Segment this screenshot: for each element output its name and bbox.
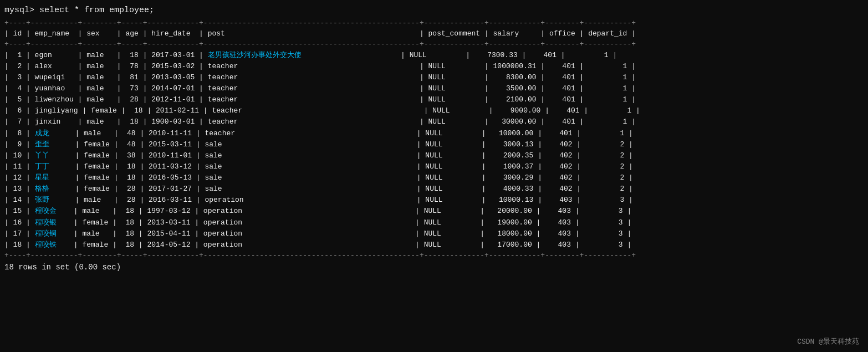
table-row: | 14 | 张野 | male | 28 | 2016-03-11 | ope… xyxy=(4,195,864,206)
table-row: | 8 | 成龙 | male | 48 | 2010-11-11 | teac… xyxy=(4,128,864,139)
table-row: | 17 | 程咬铜 | male | 18 | 2015-04-11 | op… xyxy=(4,228,864,239)
table-row: | 3 | wupeiqi | male | 81 | 2013-03-05 |… xyxy=(4,72,864,83)
table-row: | 1 | egon | male | 18 | 2017-03-01 | 老男… xyxy=(4,50,864,61)
table-row: | 7 | jinxin | male | 18 | 1900-03-01 | … xyxy=(4,116,864,127)
header-row: | id | emp_name | sex | age | hire_date … xyxy=(4,28,864,39)
table-row: | 10 | 丫丫 | female | 38 | 2010-11-01 | s… xyxy=(4,150,864,161)
prompt-line: mysql> select * from employee; xyxy=(4,6,864,15)
table-row: | 16 | 程咬银 | female | 18 | 2013-03-11 | … xyxy=(4,217,864,228)
table-row: | 15 | 程咬金 | male | 18 | 1997-03-12 | op… xyxy=(4,206,864,217)
table-row: | 13 | 格格 | female | 28 | 2017-01-27 | s… xyxy=(4,183,864,195)
bottom-divider: +----+-----------+--------+-----+-------… xyxy=(4,251,864,261)
table-container: +----+-----------+--------+-----+-------… xyxy=(4,18,864,261)
table-row: | 9 | 歪歪 | female | 48 | 2015-03-11 | sa… xyxy=(4,139,864,150)
table-row: | 2 | alex | male | 78 | 2015-03-02 | te… xyxy=(4,61,864,72)
table-row: | 4 | yuanhao | male | 73 | 2014-07-01 |… xyxy=(4,83,864,94)
footer-line: 18 rows in set (0.00 sec) xyxy=(4,263,864,272)
top-divider: +----+-----------+--------+-----+-------… xyxy=(4,18,864,28)
table-row: | 11 | 丁丁 | female | 18 | 2011-03-12 | s… xyxy=(4,161,864,172)
table-row: | 18 | 程咬铁 | female | 18 | 2014-05-12 | … xyxy=(4,239,864,251)
watermark: CSDN @景天科技苑 xyxy=(797,336,859,346)
table-row: | 12 | 星星 | female | 18 | 2016-05-13 | s… xyxy=(4,172,864,183)
header-divider: +----+-----------+--------+-----+-------… xyxy=(4,39,864,49)
table-row: | 5 | liwenzhou | male | 28 | 2012-11-01… xyxy=(4,94,864,105)
table-body: | 1 | egon | male | 18 | 2017-03-01 | 老男… xyxy=(4,50,864,251)
table-row: | 6 | jingliyang | female | 18 | 2011-02… xyxy=(4,105,864,116)
